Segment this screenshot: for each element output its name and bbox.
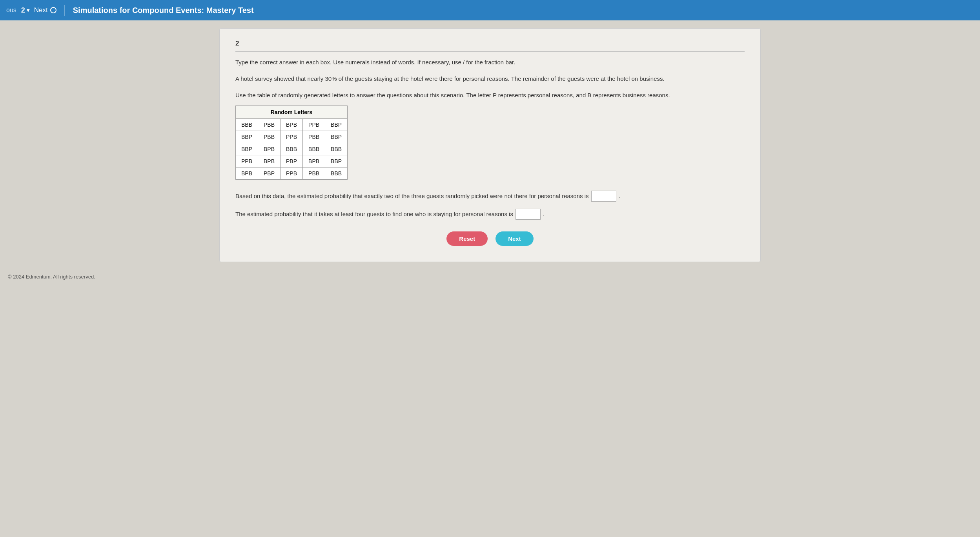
answer-input-1[interactable] xyxy=(591,191,616,202)
question-number-label: 2 xyxy=(235,40,745,52)
table-cell: BPB xyxy=(258,143,281,155)
table-cell: BBB xyxy=(325,143,348,155)
table-cell: PBP xyxy=(258,167,281,179)
table-cell: PBB xyxy=(303,167,325,179)
answer-row1-prefix: Based on this data, the estimated probab… xyxy=(235,191,589,201)
table-cell: BBB xyxy=(236,118,258,131)
table-cell: BBP xyxy=(325,155,348,167)
table-cell: BPB xyxy=(236,167,258,179)
reset-button[interactable]: Reset xyxy=(446,231,488,246)
table-cell: BBP xyxy=(325,131,348,143)
table-cell: BBB xyxy=(281,143,303,155)
table-row: BBB PBB BPB PPB BBP xyxy=(236,118,348,131)
table-cell: BPB xyxy=(281,118,303,131)
answer-row1-suffix: . xyxy=(619,191,620,201)
table-cell: BBB xyxy=(325,167,348,179)
answer-row2-prefix: The estimated probability that it takes … xyxy=(235,209,513,219)
table-header: Random Letters xyxy=(236,106,348,118)
table-cell: PBB xyxy=(258,118,281,131)
table-cell: BPB xyxy=(303,155,325,167)
table-cell: BBB xyxy=(303,143,325,155)
answer-row2-suffix: . xyxy=(543,209,545,219)
table-cell: BBP xyxy=(325,118,348,131)
ous-label: ous xyxy=(6,7,16,14)
page-title: Simulations for Compound Events: Mastery… xyxy=(73,6,254,15)
table-row: PPB BPB PBP BPB BBP xyxy=(236,155,348,167)
divider xyxy=(64,5,65,16)
random-letters-table: Random Letters BBB PBB BPB PPB BBP BBP P… xyxy=(235,106,348,180)
status-circle-icon xyxy=(50,7,56,13)
table-cell: PPB xyxy=(281,167,303,179)
scenario-text: A hotel survey showed that nearly 30% of… xyxy=(235,74,745,84)
table-cell: PBB xyxy=(303,131,325,143)
instructions-text: Type the correct answer in each box. Use… xyxy=(235,58,745,67)
answer-row-1: Based on this data, the estimated probab… xyxy=(235,191,745,202)
table-cell: PPB xyxy=(281,131,303,143)
top-navigation-bar: ous 2 ▾ Next Simulations for Compound Ev… xyxy=(0,0,980,20)
table-cell: PBB xyxy=(258,131,281,143)
button-row: Reset Next xyxy=(235,231,745,246)
chevron-down-icon: ▾ xyxy=(27,7,29,13)
next-nav-item[interactable]: Next xyxy=(34,6,56,14)
table-cell: PPB xyxy=(303,118,325,131)
next-button[interactable]: Next xyxy=(495,231,534,246)
question-number-nav[interactable]: 2 ▾ xyxy=(21,6,29,15)
footer: © 2024 Edmentum. All rights reserved. xyxy=(0,270,980,284)
table-cell: PPB xyxy=(236,155,258,167)
table-cell: PBP xyxy=(281,155,303,167)
table-row: BPB PBP PPB PBB BBB xyxy=(236,167,348,179)
table-cell: BBP xyxy=(236,143,258,155)
table-row: BBP BPB BBB BBB BBB xyxy=(236,143,348,155)
main-content-area: 2 Type the correct answer in each box. U… xyxy=(219,28,761,262)
answer-row-2: The estimated probability that it takes … xyxy=(235,209,745,220)
answer-input-2[interactable] xyxy=(516,209,541,220)
copyright-text: © 2024 Edmentum. All rights reserved. xyxy=(8,274,95,280)
table-cell: BBP xyxy=(236,131,258,143)
table-cell: BPB xyxy=(258,155,281,167)
table-row: BBP PBB PPB PBB BBP xyxy=(236,131,348,143)
table-intro-text: Use the table of randomly generated lett… xyxy=(235,91,745,100)
